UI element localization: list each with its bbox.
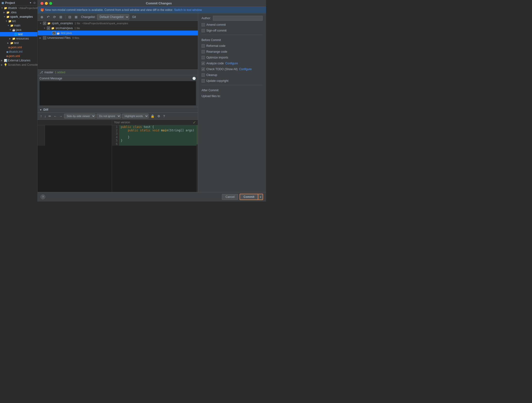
ft-label: test.java bbox=[61, 31, 72, 35]
tree-item-spark-examples[interactable]: ▼ 📁 spark_examples bbox=[0, 15, 37, 19]
diff-button[interactable]: ⊠ bbox=[74, 15, 79, 19]
edit-diff-button[interactable]: ✏ bbox=[48, 114, 52, 118]
line-content bbox=[119, 142, 121, 146]
line-number bbox=[38, 132, 45, 135]
back-button[interactable]: ← bbox=[53, 114, 57, 118]
arrow-icon: ▶ bbox=[7, 42, 10, 44]
tree-item-pom1[interactable]: m pom.xml bbox=[0, 45, 37, 50]
left-code-area bbox=[38, 125, 112, 192]
arrow-icon: ▼ bbox=[9, 29, 12, 31]
check-mark-icon: ✓ bbox=[193, 120, 196, 125]
tree-item-src[interactable]: ▼ 📁 src bbox=[0, 19, 37, 23]
check-todo-label: Check TODO (Show All) bbox=[206, 67, 238, 71]
diff-right-panel: Your version ✓ 1 public class test { 2 p… bbox=[112, 120, 198, 192]
line-number: 5 bbox=[112, 139, 119, 142]
line-number: 1 bbox=[112, 125, 119, 129]
move-to-changelist-button[interactable]: ⊕ bbox=[40, 15, 44, 19]
tree-item-resources[interactable]: ▶ 📁 resources bbox=[0, 36, 37, 41]
after-commit-title: After Commit bbox=[202, 89, 263, 92]
cleanup-checkbox[interactable] bbox=[202, 73, 205, 77]
analyze-code-configure-link[interactable]: Configure bbox=[225, 62, 238, 65]
dialog-title: Commit Changes bbox=[55, 1, 263, 5]
switch-link[interactable]: Switch to tool window bbox=[174, 8, 202, 12]
ft-checkbox[interactable]: ✓ bbox=[47, 26, 50, 30]
right-code-area[interactable]: 1 public class test { 2 public static vo… bbox=[112, 125, 198, 192]
tree-item-test[interactable]: 🌐 test bbox=[0, 32, 37, 36]
ignore-select[interactable]: Do not ignore bbox=[97, 114, 121, 118]
update-copyright-checkbox[interactable] bbox=[202, 79, 205, 83]
ft-checkbox[interactable]: ✓ bbox=[43, 22, 46, 25]
tree-item-dtsatck[interactable]: ▼ 📁 dtsatck ~/IdeaProjects/dtsatck bbox=[0, 6, 37, 10]
project-icon: ◼ bbox=[1, 1, 4, 5]
sidebar-settings-icon[interactable]: ⚙ bbox=[33, 1, 36, 5]
rearrange-code-row: Rearrange code bbox=[202, 50, 263, 53]
check-todo-configure-link[interactable]: Configure bbox=[239, 67, 252, 71]
tree-item-test-folder[interactable]: ▶ 📁 test bbox=[0, 41, 37, 45]
help-button[interactable]: ? bbox=[40, 194, 45, 199]
line-content bbox=[45, 125, 46, 129]
optimize-imports-checkbox[interactable] bbox=[202, 56, 205, 59]
folder-icon: 📁 bbox=[51, 27, 55, 30]
tree-item-main[interactable]: ▼ 📁 main bbox=[0, 23, 37, 28]
code-line-6 bbox=[38, 142, 112, 146]
align-button[interactable]: ⊟ bbox=[67, 15, 72, 19]
ft-arrow-icon: ▼ bbox=[40, 22, 42, 25]
tree-item-iml[interactable]: ◼ dtsatck.iml bbox=[0, 50, 37, 54]
tree-item-idea[interactable]: ▶ 📁 .idea bbox=[0, 10, 37, 15]
minimize-button[interactable] bbox=[45, 2, 48, 5]
close-button[interactable] bbox=[40, 2, 43, 5]
rollback-button[interactable]: ↶ bbox=[46, 15, 51, 19]
next-diff-button[interactable]: ↓ bbox=[44, 114, 47, 118]
history-icon[interactable]: 🕐 bbox=[192, 77, 196, 80]
help-diff-icon[interactable]: ? bbox=[162, 114, 166, 118]
signoff-commit-row: Sign-off commit bbox=[202, 29, 263, 32]
commit-message-input[interactable] bbox=[40, 81, 196, 105]
tree-label: spark_examples bbox=[10, 15, 33, 18]
expand-button[interactable]: ⊞ bbox=[58, 15, 63, 19]
prev-diff-button[interactable]: ↑ bbox=[40, 114, 43, 118]
check-todo-checkbox[interactable]: ✓ bbox=[202, 67, 205, 71]
maximize-button[interactable] bbox=[49, 2, 52, 5]
ft-item-testjava[interactable]: ✓ ☕ test.java bbox=[38, 31, 198, 35]
amend-commit-label: Amend commit bbox=[206, 23, 226, 26]
cancel-button[interactable]: Cancel bbox=[222, 194, 238, 200]
amend-commit-checkbox[interactable] bbox=[202, 23, 205, 26]
collapse-icon[interactable]: ▼ bbox=[40, 109, 42, 111]
refresh-button[interactable]: ⟳ bbox=[52, 15, 57, 19]
tree-item-scratches[interactable]: ▶ 💡 Scratches and Consoles bbox=[0, 63, 37, 67]
author-input[interactable] bbox=[213, 16, 263, 21]
highlight-select[interactable]: Highlight words bbox=[122, 114, 149, 118]
line-number: 4 bbox=[112, 135, 119, 139]
ft-checkbox[interactable]: ✓ bbox=[52, 31, 56, 35]
ft-item-spark[interactable]: ▼ ✓ 📁 spark_examples 1 file ~/IdeaProjec… bbox=[38, 21, 198, 26]
reformat-code-checkbox[interactable] bbox=[202, 44, 205, 48]
commit-button[interactable]: Commit bbox=[240, 194, 258, 200]
analyze-code-checkbox[interactable]: ✓ bbox=[202, 62, 205, 65]
xml-icon: m bbox=[8, 46, 10, 49]
ft-item-unversioned[interactable]: ▶ Unversioned Files 9 files bbox=[38, 35, 198, 40]
lock-icon[interactable]: 🔒 bbox=[150, 114, 155, 118]
ext-libs-icon: 📊 bbox=[4, 59, 7, 62]
viewer-select[interactable]: Side-by-side viewer Unified viewer bbox=[64, 114, 96, 118]
tree-item-pom2[interactable]: m pom.xml bbox=[0, 54, 37, 58]
branch-name: master bbox=[44, 71, 53, 74]
status-bar: ⎇ master 1 added bbox=[38, 69, 198, 75]
tree-item-java[interactable]: ▼ ☕ java bbox=[0, 28, 37, 32]
changelist-select[interactable]: Default Changelist bbox=[97, 14, 129, 20]
settings-icon[interactable]: ⚙ bbox=[156, 114, 161, 118]
line-content bbox=[119, 132, 121, 135]
reformat-code-label: Reformat code bbox=[206, 44, 226, 48]
line-content bbox=[45, 129, 46, 132]
ft-item-srcmainjava[interactable]: ▼ ✓ 📁 src/main/java 1 file bbox=[38, 26, 198, 31]
signoff-commit-checkbox[interactable] bbox=[202, 29, 205, 32]
commit-dropdown-button[interactable]: ▾ bbox=[258, 194, 263, 200]
diff-title: Diff bbox=[43, 108, 48, 111]
sidebar-title: Project bbox=[5, 1, 29, 5]
tree-item-ext-libs[interactable]: ▶ 📊 External Libraries bbox=[0, 58, 37, 63]
rearrange-code-checkbox[interactable] bbox=[202, 50, 205, 53]
ft-checkbox[interactable] bbox=[43, 36, 46, 40]
forward-button[interactable]: → bbox=[58, 114, 63, 118]
branch-icon: ⎇ bbox=[40, 71, 43, 74]
project-dropdown-icon[interactable]: ▾ bbox=[30, 1, 31, 4]
author-row: Author: bbox=[202, 16, 263, 21]
